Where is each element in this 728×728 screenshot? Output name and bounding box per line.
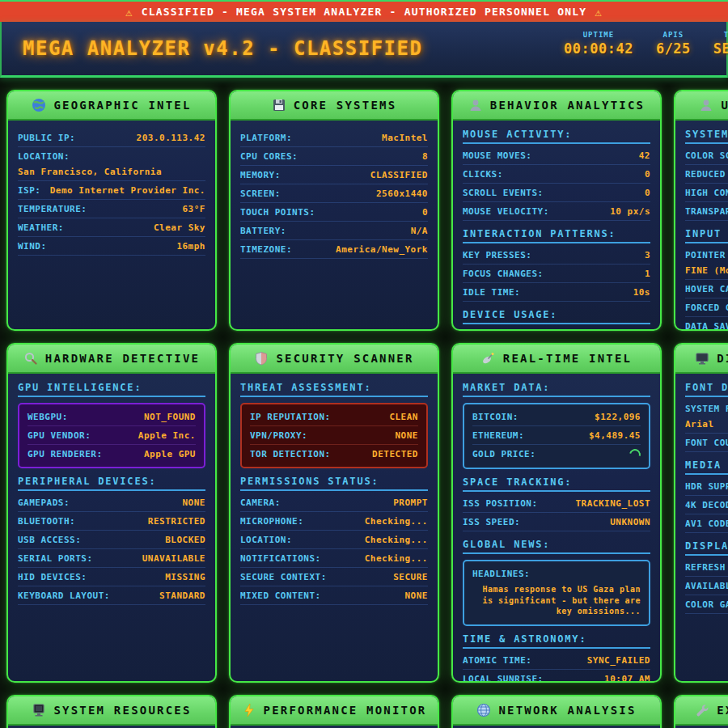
row-label: MEMORY: — [240, 170, 281, 180]
data-row: WEBGPU:NOT_FOUND — [28, 408, 196, 426]
row-value: PROMPT — [393, 497, 428, 508]
row-label: SERIAL PORTS: — [18, 553, 93, 564]
row-label: PLATFORM: — [240, 133, 292, 143]
section-heading: SPACE TRACKING: — [463, 476, 650, 492]
globe-icon — [32, 98, 46, 112]
data-row: FONT COUNT: — [685, 434, 728, 452]
row-label: VPN/PROXY: — [250, 430, 307, 441]
row-label: WEBGPU: — [28, 412, 68, 422]
wrench-icon — [695, 703, 709, 717]
row-label: MIXED CONTENT: — [240, 590, 321, 601]
data-row: REDUCED MOTION: — [685, 165, 728, 184]
row-label: TOR DETECTION: — [250, 449, 331, 459]
data-row: MOUSE MOVES:42 — [463, 146, 650, 165]
row-value: Apple Inc. — [138, 430, 196, 441]
row-value: NONE — [405, 590, 429, 601]
section-heading: DISPLAY INFO: — [685, 540, 728, 556]
data-row: ISP:Demo Internet Provider Inc. — [18, 181, 205, 200]
data-row: TIMEZONE:America/New_York — [240, 240, 428, 259]
data-row: GPU VENDOR:Apple Inc. — [28, 426, 196, 445]
row-label: FONT COUNT: — [685, 438, 728, 448]
panel-titlebar: HARDWARE DETECTIVE — [8, 345, 215, 374]
data-row: BATTERY:N/A — [240, 222, 428, 240]
data-row: SCROLL EVENTS:0 — [463, 184, 650, 202]
row-label: LOCATION: — [240, 535, 292, 545]
row-value: SECURE — [393, 572, 428, 582]
row-value: Arial — [685, 419, 728, 430]
row-value: 2560x1440 — [376, 188, 428, 199]
row-value: Checking... — [365, 516, 428, 527]
data-row: ISS SPEED:UNKNOWN — [463, 513, 650, 531]
data-row: KEYBOARD LAYOUT:STANDARD — [18, 586, 205, 605]
panel-titlebar: DISPLAY FORENSICS — [675, 345, 728, 374]
row-label: HOVER CAPABILITY: — [685, 284, 728, 294]
data-row: FOCUS CHANGES:1 — [463, 265, 650, 283]
data-row: MICROPHONE:Checking... — [240, 512, 428, 531]
row-label: WEATHER: — [18, 222, 64, 233]
section-heading: INPUT PRECISION: — [685, 228, 728, 243]
row-label: HEADLINES: — [472, 569, 641, 579]
row-label: MOUSE MOVES: — [463, 150, 531, 161]
panel-title: BEHAVIOR ANALYTICS — [490, 99, 645, 112]
row-label: COLOR GAMUT: — [685, 599, 728, 610]
alert-box-purple: WEBGPU:NOT_FOUNDGPU VENDOR:Apple Inc.GPU… — [18, 403, 205, 468]
panel-titlebar: BEHAVIOR ANALYTICS — [453, 91, 660, 121]
stat-label: THREAT — [713, 31, 728, 39]
panel-titlebar: NETWORK ANALYSIS — [453, 696, 660, 726]
row-value: 16mph — [176, 241, 205, 252]
row-label: CLICKS: — [463, 169, 503, 180]
spinner-icon — [627, 447, 642, 462]
row-value: 42 — [639, 150, 650, 161]
row-value: 10s — [633, 287, 650, 298]
section-heading: GPU INTELLIGENCE: — [18, 382, 205, 397]
data-row: 4K DECODE: — [685, 496, 728, 514]
panel-network-analysis: NETWORK ANALYSIS — [451, 695, 662, 728]
data-row: LOCATION:San Francisco, California — [18, 147, 205, 181]
data-row: NOTIFICATIONS:Checking... — [240, 549, 428, 568]
warning-icon: ⚠ — [595, 6, 603, 19]
row-label: TIMEZONE: — [240, 244, 292, 255]
panel-real-time-intel: REAL-TIME INTELMARKET DATA:BITCOIN:$122,… — [451, 343, 662, 683]
app-header: MEGA ANALYZER v4.2 - CLASSIFIED UPTIME00… — [0, 22, 728, 78]
data-row: CLICKS:0 — [463, 165, 650, 184]
row-value: SYNC_FAILED — [587, 655, 650, 666]
panel-title: REAL-TIME INTEL — [503, 352, 632, 365]
banner-text: CLASSIFIED - MEGA SYSTEM ANALYZER - AUTH… — [142, 6, 587, 18]
row-value: Apple GPU — [144, 449, 196, 459]
data-row: HOVER CAPABILITY: — [685, 280, 728, 298]
panel-body: MOUSE ACTIVITY:MOUSE MOVES:42CLICKS:0SCR… — [453, 121, 660, 329]
section-heading: DEVICE USAGE: — [463, 309, 650, 324]
shield-icon — [254, 351, 269, 366]
data-row: ISS POSITION:TRACKING_LOST — [463, 494, 650, 513]
row-value: 203.0.113.42 — [137, 133, 205, 143]
data-row: SERIAL PORTS:UNAVAILABLE — [18, 549, 205, 568]
panel-title: DISPLAY FORENSICS — [717, 352, 728, 365]
data-row: TOUCH POINTS:0 — [240, 203, 428, 222]
section-heading: GLOBAL NEWS: — [463, 539, 650, 554]
person-icon — [699, 98, 713, 112]
row-label: POINTER TYPE: — [685, 250, 728, 260]
row-label: GAMEPADS: — [18, 497, 70, 508]
row-value: CLEAN — [389, 412, 418, 422]
panel-performance-monitor: PERFORMANCE MONITOR — [229, 695, 439, 728]
section-heading: MARKET DATA: — [463, 382, 650, 397]
row-label: WIND: — [18, 241, 47, 252]
row-value: FINE (Mouse) — [685, 265, 728, 276]
panel-title: PERFORMANCE MONITOR — [264, 704, 427, 717]
panel-titlebar: GEOGRAPHIC INTEL — [8, 91, 215, 121]
row-value: Clear Sky — [154, 222, 205, 233]
data-row: GAMEPADS:NONE — [18, 493, 205, 512]
satellite-icon — [481, 351, 496, 366]
row-label: BLUETOOTH: — [18, 516, 75, 527]
section-heading: SYSTEM PREFERENCES: — [685, 129, 728, 144]
row-label: FOCUS CHANGES: — [463, 269, 544, 279]
floppy-icon — [272, 98, 286, 112]
row-label: HID DEVICES: — [18, 572, 87, 582]
row-label: NOTIFICATIONS: — [240, 553, 321, 564]
panel-security-scanner: SECURITY SCANNERTHREAT ASSESSMENT:IP REP… — [229, 343, 439, 683]
panel-titlebar: USER PREFERENCES — [675, 91, 728, 121]
header-stat-apis: APIS6/25 — [656, 31, 691, 57]
alert-box-cyan: HEADLINES:Hamas response to US Gaza plan… — [463, 560, 650, 626]
row-label: LOCAL SUNRISE: — [463, 674, 544, 682]
stat-label: UPTIME — [564, 31, 633, 39]
